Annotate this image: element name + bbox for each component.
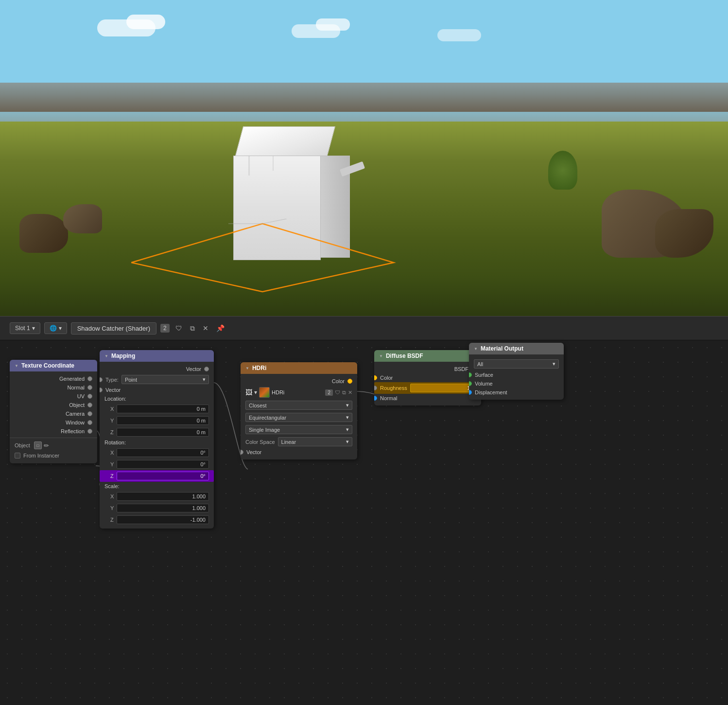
hdri-source-select[interactable]: Single Image ▾ <box>245 425 352 434</box>
node-diffuse-header: ▼ Diffuse BSDF <box>374 350 481 362</box>
hdri-source-row[interactable]: Single Image ▾ <box>241 423 357 436</box>
hdri-colorspace-select[interactable]: Linear ▾ <box>278 437 352 446</box>
object-picker-icon[interactable]: □ <box>34 441 42 449</box>
hdri-img-chevron: ▾ <box>254 389 257 396</box>
mapping-rot-z-row[interactable]: Z <box>100 470 214 482</box>
mapping-loc-x-input[interactable] <box>117 405 209 413</box>
collapse-arrow-mapping-icon: ▼ <box>104 354 108 358</box>
output-all-row[interactable]: All ▾ <box>469 357 564 370</box>
svg-line-2 <box>262 219 287 224</box>
mapping-location-label-row: Location: <box>100 394 214 403</box>
mapping-rot-z-input[interactable] <box>117 472 209 480</box>
mapping-vector-in-row: Vector <box>100 386 214 394</box>
hdri-color-out-row: Color <box>241 377 357 386</box>
mapping-rot-y-input[interactable] <box>117 460 209 469</box>
socket-object-out <box>87 403 92 407</box>
hdri-interpolation-row[interactable]: Closest ▾ <box>241 399 357 411</box>
shield-btn[interactable]: 🛡 <box>173 323 184 333</box>
tex-coord-window-row: Window <box>10 418 97 427</box>
mapping-scale-y-row[interactable]: Y <box>100 502 214 514</box>
collapse-arrow-icon: ▼ <box>15 364 18 368</box>
hdri-projection-row[interactable]: Equirectangular ▾ <box>241 411 357 423</box>
node-mapping-body: Vector Type: Point ▾ Vector Location: X <box>100 362 214 529</box>
globe-icon: 🌐 <box>50 325 57 332</box>
socket-mapping-in <box>100 377 103 382</box>
node-material-output[interactable]: ▼ Material Output All ▾ Surface Volume D… <box>469 343 564 400</box>
diffuse-bsdf-out-row: BSDF <box>374 365 481 373</box>
socket-uv-out <box>87 394 92 399</box>
hdri-copy-icon: ⧉ <box>342 389 346 396</box>
copy-btn[interactable]: ⧉ <box>188 323 197 334</box>
node-editor[interactable]: ▼ Texture Coordinate Generated Normal UV… <box>0 340 728 705</box>
from-instancer-checkbox[interactable] <box>15 453 20 458</box>
mapping-type-select[interactable]: Point ▾ <box>121 375 209 384</box>
tex-coord-camera-row: Camera <box>10 409 97 418</box>
tex-coord-object-row: Object <box>10 401 97 409</box>
selection-indicator <box>131 219 399 297</box>
socket-mapping-vector-out <box>204 367 209 371</box>
node-hdri[interactable]: ▼ HDRi Color 🖼 ▾ HDRi 2 🛡 ⧉ ✕ Closest <box>241 362 357 459</box>
mapping-loc-y-row[interactable]: Y <box>100 415 214 426</box>
hdri-projection-select[interactable]: Equirectangular ▾ <box>245 413 352 422</box>
mapping-loc-y-input[interactable] <box>117 416 209 425</box>
socket-volume-in <box>469 381 472 386</box>
image-icon: 🖼 <box>245 388 252 396</box>
slot-chevron: ▾ <box>32 325 35 332</box>
globe-btn[interactable]: 🌐 ▾ <box>44 322 67 334</box>
node-diffuse-body: BSDF Color Roughness Normal <box>374 362 481 405</box>
mapping-loc-z-row[interactable]: Z <box>100 426 214 438</box>
output-target-select[interactable]: All ▾ <box>474 359 559 369</box>
mapping-scale-x-row[interactable]: X <box>100 491 214 502</box>
from-instancer-row: From Instancer <box>10 451 97 460</box>
3d-viewport[interactable] <box>0 0 728 316</box>
mapping-vector-out-row: Vector <box>100 365 214 373</box>
node-output-header: ▼ Material Output <box>469 343 564 354</box>
hdri-interpolation-select[interactable]: Closest ▾ <box>245 401 352 410</box>
slot-dropdown-btn[interactable]: Slot 1 ▾ <box>10 322 40 334</box>
socket-camera-out <box>87 411 92 416</box>
hdri-shield-icon: 🛡 <box>335 389 340 395</box>
hdri-thumbnail[interactable] <box>259 387 270 398</box>
mapping-rot-x-input[interactable] <box>117 448 209 457</box>
diffuse-roughness-row[interactable]: Roughness <box>374 382 481 394</box>
hdri-image-row: 🖼 ▾ HDRi 2 🛡 ⧉ ✕ <box>241 386 357 399</box>
hdri-close-icon[interactable]: ✕ <box>348 389 352 396</box>
mapping-rotation-label-row: Rotation: <box>100 438 214 447</box>
hdri-colorspace-row[interactable]: Color Space Linear ▾ <box>241 436 357 448</box>
node-tex-coord-body: Generated Normal UV Object Camera Window <box>10 371 97 463</box>
mapping-loc-x-row[interactable]: X <box>100 403 214 415</box>
node-mapping-header: ▼ Mapping <box>100 350 214 362</box>
output-volume-row: Volume <box>469 379 564 388</box>
node-diffuse-bsdf[interactable]: ▼ Diffuse BSDF BSDF Color Roughness Norm… <box>374 350 481 405</box>
dropper-button[interactable]: ✏ <box>44 442 49 449</box>
socket-hdri-vector-in <box>241 450 243 455</box>
slot-label: Slot 1 <box>15 325 30 332</box>
mapping-scale-x-input[interactable] <box>117 492 209 501</box>
socket-vector-in <box>100 388 103 392</box>
node-texture-coordinate[interactable]: ▼ Texture Coordinate Generated Normal UV… <box>10 360 97 463</box>
mapping-scale-y-input[interactable] <box>117 504 209 512</box>
mapping-rot-y-row[interactable]: Y <box>100 458 214 470</box>
node-output-body: All ▾ Surface Volume Displacement <box>469 354 564 400</box>
mapping-scale-z-row[interactable]: Z <box>100 514 214 526</box>
collapse-arrow-diffuse-icon: ▼ <box>379 354 383 358</box>
socket-roughness-in <box>374 386 377 390</box>
mapping-scale-label-row: Scale: <box>100 482 214 491</box>
viewport-background <box>0 0 728 316</box>
mapping-rot-x-row[interactable]: X <box>100 447 214 458</box>
toolbar: Slot 1 ▾ 🌐 ▾ Shadow Catcher (Shader) 2 🛡… <box>0 316 728 340</box>
tex-coord-normal-row: Normal <box>10 383 97 392</box>
socket-hdri-color-out <box>347 379 352 384</box>
node-hdri-header: ▼ HDRi <box>241 362 357 374</box>
socket-normal-in <box>374 396 377 401</box>
mapping-loc-z-input[interactable] <box>117 428 209 437</box>
close-btn[interactable]: ✕ <box>201 323 210 333</box>
node-mapping[interactable]: ▼ Mapping Vector Type: Point ▾ Vector <box>100 350 214 529</box>
socket-reflection-out <box>87 429 92 434</box>
hdri-vector-in-row: Vector <box>241 448 357 457</box>
slot-selector[interactable]: Slot 1 ▾ <box>10 322 40 334</box>
tex-coord-uv-row: UV <box>10 392 97 401</box>
mapping-scale-z-input[interactable] <box>117 515 209 524</box>
pin-btn[interactable]: 📌 <box>214 323 226 333</box>
diffuse-color-row: Color <box>374 373 481 382</box>
